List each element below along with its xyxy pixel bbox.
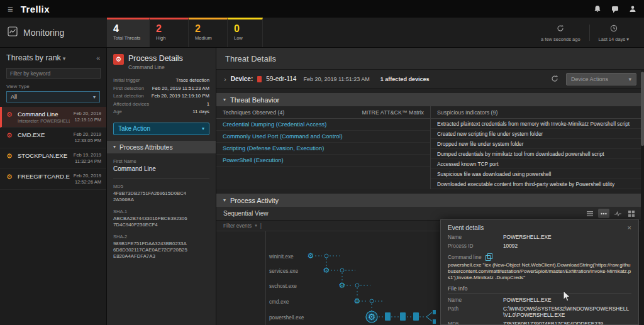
svchost-gear-icon[interactable]: ⚙ [339, 281, 346, 290]
refresh-control[interactable]: a few seconds ago [532, 23, 589, 42]
powershell-gear-icon[interactable]: ⚙ [368, 312, 376, 322]
file-event-icons[interactable] [385, 312, 419, 321]
event-field-row: NamePOWERSHELL.EXE [448, 234, 631, 240]
indicator-row[interactable]: Dropped new file under system folder [431, 139, 644, 149]
indicator-row[interactable]: Accessed known TCP port [431, 159, 644, 169]
threat-severity-icon: ⚙ [6, 111, 14, 123]
threat-date: Feb 20, 201912:52:26 AM [74, 173, 101, 185]
cmd-gear-icon[interactable]: ⚙ [354, 297, 361, 306]
device-actions-dropdown[interactable]: Device Actions ▾ [566, 73, 636, 85]
indicator-row[interactable]: Created new scripting file under system … [431, 129, 644, 139]
view-type-select[interactable]: All ▾ [6, 91, 100, 102]
process-severity-icon: ⚙ [113, 54, 124, 65]
indicators-column: Suspicious Indicators (9) Extracted plai… [430, 106, 644, 189]
caret-down-icon: ▾ [223, 197, 226, 203]
tile-high[interactable]: 2 High [150, 18, 189, 47]
threats-sidebar: Threats by rank▾ « View Type All ▾ ⚙ Com… [0, 48, 107, 325]
device-detection-date: Feb 20, 2019 11:51:23 AM [303, 76, 369, 82]
content-area: Threats by rank▾ « View Type All ▾ ⚙ Com… [0, 48, 644, 325]
process-node[interactable] [355, 284, 359, 287]
hash-block: SHA-1 ABCBA2B74433016FBCE3923067D4C940F2… [113, 209, 187, 228]
threat-severity-icon: ⚙ [6, 173, 14, 185]
list-view-icon[interactable] [584, 209, 596, 218]
mitre-matrix-header[interactable]: MITRE ATT&CK™ Matrix [362, 109, 424, 116]
expanded-view-icon[interactable] [598, 209, 609, 218]
threat-subtitle: Interpreter: POWERSHELL.EXE [18, 119, 70, 123]
chat-icon[interactable] [611, 5, 619, 13]
process-details-title: Process Details [128, 54, 183, 63]
threat-list-item[interactable]: ⚙ STOCKPLAN.EXE Feb 19, 201911:32:34 PM [0, 148, 106, 169]
services-gear-icon[interactable]: ⚙ [323, 266, 330, 275]
device-severity-icon [257, 76, 262, 82]
chevron-right-icon[interactable]: › [224, 75, 226, 83]
view-type-value: All [11, 94, 17, 100]
copy-icon[interactable] [486, 253, 492, 260]
first-name-value: Command Line [113, 165, 209, 179]
indicator-row[interactable]: Extracted plaintext credentials from mem… [431, 119, 644, 129]
techniques-header: Techniques Observed (4) [223, 109, 284, 116]
affected-devices-count: 1 affected devices [380, 76, 430, 82]
total-threats-count: 4 [113, 23, 143, 35]
threat-details-title: Threat Details [225, 54, 276, 63]
filter-keyword-input[interactable] [6, 68, 101, 79]
process-activity-section-header[interactable]: ▾ Process Activity [216, 194, 644, 207]
hamburger-menu-icon[interactable]: ≡ [8, 4, 13, 14]
device-row: › Device: 59-edr-114 Feb 20, 2019 11:51:… [216, 70, 644, 89]
hash-block: SHA-2 989B1FE751FDAA3243BB0233A6D8D30211… [113, 234, 187, 260]
topbar-actions [594, 5, 636, 13]
process-node[interactable] [325, 254, 328, 258]
close-icon[interactable]: × [628, 224, 631, 231]
notifications-bell-icon[interactable] [594, 5, 601, 13]
funnel-icon: ▾ [255, 223, 257, 228]
threat-behavior-section-header[interactable]: ▾ Threat Behavior [216, 93, 644, 106]
graph-view-icon[interactable] [612, 209, 623, 218]
low-label: Low [234, 35, 256, 41]
monitoring-bar: Monitoring 4 Total Threats 2 High 2 Medi… [0, 18, 644, 48]
process-node[interactable] [340, 268, 344, 272]
process-tree-graph: ⚙ ⚙ ⚙ ⚙ ⚙ [216, 231, 443, 325]
grid-view-icon[interactable] [626, 209, 637, 218]
tile-medium[interactable]: 2 Medium [189, 18, 228, 47]
high-label: High [156, 35, 182, 41]
device-name[interactable]: 59-edr-114 [266, 75, 296, 82]
tile-low[interactable]: 0 Low [228, 18, 263, 47]
threat-severity-icon: ⚙ [6, 152, 14, 165]
threat-list-item[interactable]: ⚙ Command Line Interpreter: POWERSHELL.E… [0, 107, 106, 128]
sequential-view-label: Sequential View [223, 210, 269, 217]
branch-fork-icon[interactable] [426, 310, 436, 324]
device-refresh-icon[interactable] [551, 74, 558, 85]
process-details-header: ⚙ Process Details Command Line [107, 48, 216, 75]
threat-item-main: FREEGIFTCARD.EXE [18, 173, 70, 185]
process-node[interactable] [370, 299, 374, 303]
caret-down-icon: ▾ [628, 76, 631, 82]
text-cursor: | [260, 223, 262, 229]
tile-total-threats[interactable]: 4 Total Threats [107, 18, 150, 47]
main-scrollbar [641, 70, 644, 325]
process-detail-fields: Initial triggerTrace detection First det… [107, 75, 216, 118]
threat-list-item[interactable]: ⚙ CMD.EXE Feb 20, 201912:33:05 PM [0, 128, 106, 148]
technique-row[interactable]: Commonly Used Port (Command and Control) [216, 131, 430, 143]
threats-by-rank-dropdown[interactable]: Threats by rank▾ [6, 53, 65, 62]
indicator-row[interactable]: Downloaded executable content from third… [431, 179, 644, 189]
indicator-row[interactable]: Dumped credentials by mimikatz tool from… [431, 149, 644, 159]
collapse-sidebar-icon[interactable]: « [96, 54, 100, 62]
caret-down-icon: ▾ [113, 144, 116, 150]
trellix-logo: Trellix [21, 4, 50, 14]
wininit-gear-icon[interactable]: ⚙ [308, 251, 314, 260]
time-range-label: Last 14 days ▾ [599, 36, 629, 42]
device-label: Device: [231, 75, 253, 82]
process-attributes-section-header[interactable]: ▾ Process Attributes [107, 141, 216, 153]
technique-row[interactable]: Credential Dumping (Credential Access) [216, 119, 430, 131]
scrollbar-thumb[interactable] [641, 72, 644, 146]
threat-name: CMD.EXE [18, 131, 70, 138]
event-field-row: MD57353F60B1739074EB17C5F4DDDEFE239 [448, 321, 631, 325]
technique-row[interactable]: PowerShell (Execution) [216, 155, 430, 167]
threat-list-item[interactable]: ⚙ FREEGIFTCARD.EXE Feb 20, 201912:52:26 … [0, 169, 106, 190]
take-action-dropdown[interactable]: Take Action ▾ [113, 123, 209, 135]
time-range-selector[interactable]: Last 14 days ▾ [590, 23, 638, 42]
indicator-row[interactable]: Suspicious file was downloaded using pow… [431, 169, 644, 179]
threat-date: Feb 20, 201912:19:10 PM [74, 111, 101, 123]
monitoring-nav[interactable]: Monitoring [0, 18, 107, 47]
technique-row[interactable]: Scripting (Defense Evasion, Execution) [216, 143, 430, 155]
user-account-icon[interactable] [629, 5, 636, 13]
